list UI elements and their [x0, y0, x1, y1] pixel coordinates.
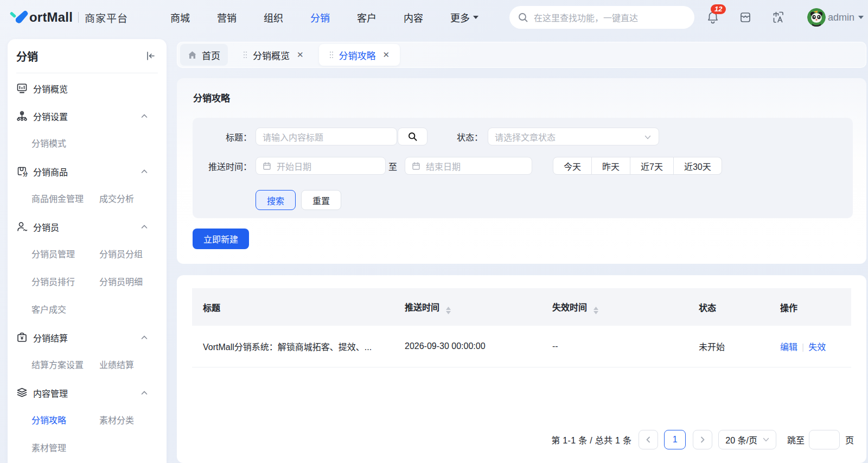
svg-text:分: 分 [23, 171, 28, 177]
